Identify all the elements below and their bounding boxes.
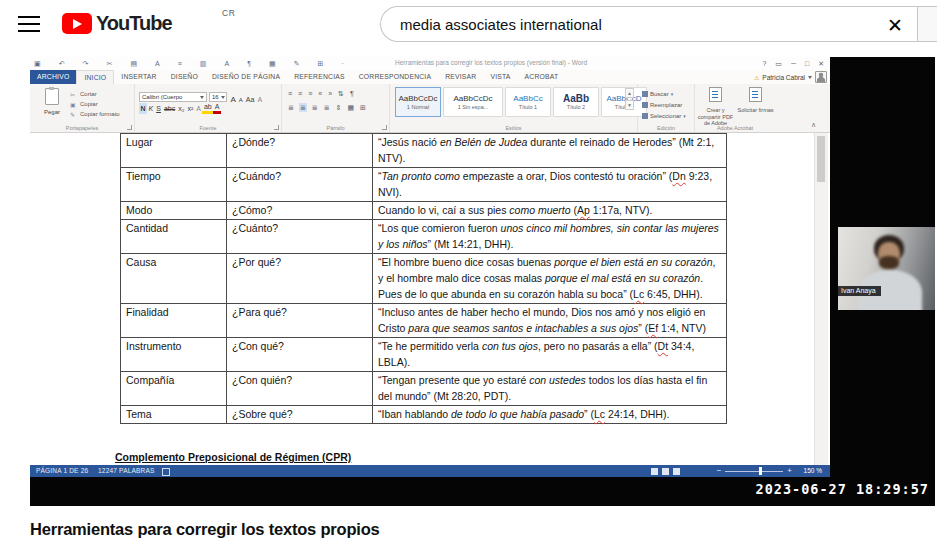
window-control-icon: ✕ xyxy=(818,58,824,69)
group-paragraph: ≡≡≡«»⇅¶ ≣≣≣≣⇕▦⊞ Párrafo xyxy=(282,84,390,132)
group-label: Portapapeles xyxy=(30,125,134,131)
term-cell: Instrumento xyxy=(121,338,227,372)
search-input[interactable] xyxy=(398,15,862,34)
quick-access-icon: · xyxy=(341,58,343,69)
window-control-icon: ? xyxy=(762,58,766,69)
quick-access-icon: A xyxy=(225,58,230,69)
question-cell: ¿Cómo? xyxy=(227,202,373,220)
dialog-launcher-icon xyxy=(382,125,387,130)
style-card: AaBbCcDc 1 Normal xyxy=(395,87,441,117)
paragraph-tool-icon: ≡ xyxy=(297,89,303,98)
quick-access-icon: ≡ xyxy=(178,58,182,69)
paragraph-tool-icon: ¶ xyxy=(349,89,355,98)
ribbon-tab: ARCHIVO xyxy=(30,70,76,84)
ribbon-tabs: ARCHIVOINICIOINSERTARDISEÑODISEÑO DE PÁG… xyxy=(30,70,830,84)
font-tool-icon: A xyxy=(256,94,264,105)
window-control-icon: ─ xyxy=(791,58,796,69)
zoom-control: − + xyxy=(717,465,792,477)
alignment-icon: ≣ xyxy=(287,103,295,112)
question-cell: ¿Con quién? xyxy=(227,372,373,406)
web-layout-icon xyxy=(673,468,680,475)
page-indicator: PÁGINA 1 DE 26 xyxy=(36,465,88,477)
table-row: Lugar ¿Dónde? “Jesús nació en Belén de J… xyxy=(121,134,727,168)
word-window-title: Herramientas para corregir los textos pr… xyxy=(395,59,587,66)
term-cell: Tema xyxy=(121,406,227,424)
quick-access-icon: ✎ xyxy=(294,58,300,69)
paragraph-tool-icon: ≡ xyxy=(287,89,293,98)
table-row: Cantidad ¿Cuánto? “Los que comieron fuer… xyxy=(121,220,727,254)
font-tools-row1: AAAaA xyxy=(229,88,264,106)
group-label: Párrafo xyxy=(282,125,389,131)
style-gallery: AaBbCcDc 1 Normal AaBbCcDc 1 Sin espa...… xyxy=(395,87,647,117)
clipboard-item: ✂ Cortar xyxy=(70,89,120,99)
alignment-icon: ⇕ xyxy=(335,103,343,112)
group-clipboard: Pegar ✂ Cortar ▣ Copiar ✎ Co xyxy=(30,84,135,132)
ribbon-tab: REVISAR xyxy=(438,70,483,84)
style-card: AaBb Título 2 xyxy=(553,87,599,117)
font-tool-icon: A xyxy=(237,95,244,106)
term-cell: Compañía xyxy=(121,372,227,406)
verse-cell: Cuando lo vi, caí a sus pies como muerto… xyxy=(373,202,727,220)
table-row: Tiempo ¿Cuándo? “Tan pronto como empezas… xyxy=(121,168,727,202)
font-format-icon: x² xyxy=(186,103,195,114)
youtube-logo[interactable]: YouTube CR xyxy=(62,12,172,35)
window-controls: ?▭─□✕ xyxy=(762,58,824,69)
word-titlebar: ▣↶↷✂▤A≡▥A¶▦✎⊞· Herramientas para corregi… xyxy=(30,57,830,70)
clipboard-item-icon: ▣ xyxy=(70,101,77,108)
alignment-icon: ▦ xyxy=(346,103,355,112)
font-format-icon: S xyxy=(155,103,163,114)
font-tool-icon: A xyxy=(229,94,237,105)
warning-icon: ⚠ xyxy=(754,74,759,81)
editing-item-icon xyxy=(642,91,648,97)
acrobat-item: Crear y compartir PDF de Adobe xyxy=(697,87,734,127)
paragraph-tools-row2: ≣≣≣≣⇕▦⊞ xyxy=(287,103,367,112)
alignment-icon: ⊞ xyxy=(359,103,367,112)
ribbon: Pegar ✂ Cortar ▣ Copiar ✎ Co xyxy=(30,84,830,133)
ribbon-tab: VISTA xyxy=(483,70,517,84)
verse-cell: “El hombre bueno dice cosas buenas porqu… xyxy=(373,254,727,304)
acrobat-items: Crear y compartir PDF de Adobe Solicitar… xyxy=(697,87,774,127)
ribbon-tab: DISEÑO DE PÁGINA xyxy=(205,70,287,84)
ribbon-tab: ACROBAT xyxy=(518,70,566,84)
zoom-level: 150 % xyxy=(804,465,822,477)
country-badge: CR xyxy=(222,8,235,18)
zoom-in-icon: + xyxy=(787,465,792,477)
font-format-icon: x₂ xyxy=(177,103,186,114)
quick-access-icon: ▥ xyxy=(200,58,207,69)
chevron-down-icon xyxy=(221,96,225,99)
zoom-out-icon: − xyxy=(717,465,722,477)
scrollbar-thumb xyxy=(817,136,825,182)
style-card: AaBbCc Título 1 xyxy=(505,87,551,117)
term-cell: Lugar xyxy=(121,134,227,168)
video-title: Herramientas para corregir los textos pr… xyxy=(30,520,380,539)
table-row: Finalidad ¿Para qué? “Incluso antes de h… xyxy=(121,304,727,338)
alignment-icon: ≣ xyxy=(311,103,319,112)
spellcheck-icon xyxy=(162,468,170,476)
font-name-combo: Calibri (Cuerpo xyxy=(139,92,207,102)
collapse-ribbon-icon: ∧ xyxy=(811,121,816,129)
question-cell: ¿Para qué? xyxy=(227,304,373,338)
ribbon-tab: INICIO xyxy=(76,70,114,84)
term-cell: Cantidad xyxy=(121,220,227,254)
table-row: Causa ¿Por qué? “El hombre bueno dice co… xyxy=(121,254,727,304)
clipboard-item-icon: ✎ xyxy=(70,111,77,118)
question-cell: ¿Cuánto? xyxy=(227,220,373,254)
clear-search-icon[interactable]: ✕ xyxy=(887,14,903,37)
pdf-document-icon xyxy=(749,87,762,102)
ribbon-tab: DISEÑO xyxy=(164,70,205,84)
paragraph-tool-icon: « xyxy=(317,89,323,98)
video-player[interactable]: ▣↶↷✂▤A≡▥A¶▦✎⊞· Herramientas para corregi… xyxy=(30,57,935,506)
question-cell: ¿Sobre qué? xyxy=(227,406,373,424)
editing-item: Buscar ▾ xyxy=(642,88,686,99)
ribbon-tab: REFERENCIAS xyxy=(287,70,352,84)
editing-items: Buscar ▾ Reemplazar Seleccionar ▾ xyxy=(642,88,686,121)
table-row: Modo ¿Cómo? Cuando lo vi, caí a sus pies… xyxy=(121,202,727,220)
user-name: Patricia Cabral xyxy=(762,74,805,81)
font-format-icon: N xyxy=(139,103,147,114)
clipboard-item: ▣ Copiar xyxy=(70,99,120,109)
term-cell: Modo xyxy=(121,202,227,220)
search-button[interactable] xyxy=(917,6,937,42)
table-row: Tema ¿Sobre qué? “Iban hablando de todo … xyxy=(121,406,727,424)
style-gallery-scroll: ▲▼ xyxy=(625,88,634,110)
menu-icon[interactable] xyxy=(18,16,40,32)
